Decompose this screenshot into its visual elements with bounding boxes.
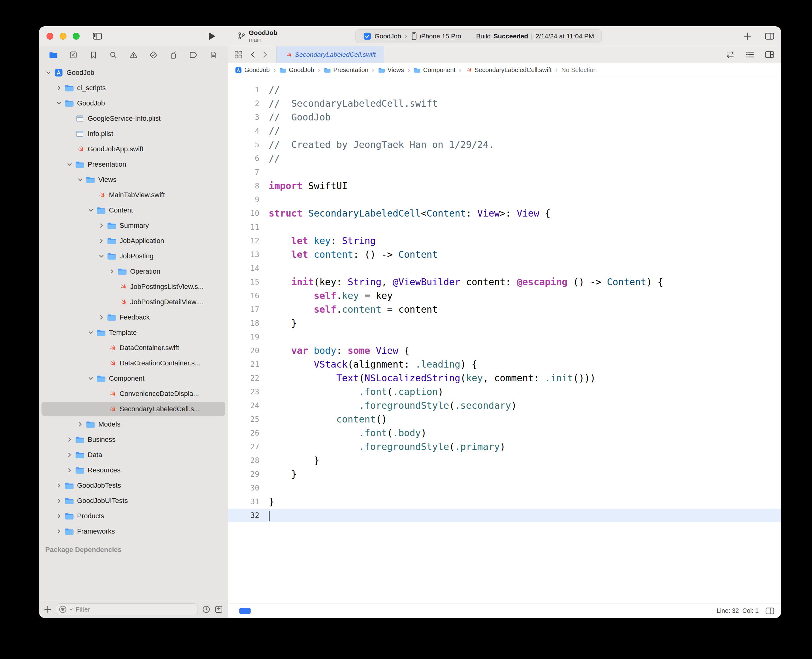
file-tree-item-feedback[interactable]: Feedback — [39, 309, 228, 325]
file-tree-item-products[interactable]: Products — [39, 508, 228, 523]
code-line-3[interactable]: 3// GoodJob — [228, 110, 781, 124]
code-line-29[interactable]: 29 } — [228, 467, 781, 481]
file-tree-item-conveniencedatedispla-[interactable]: ConvenienceDateDispla... — [39, 386, 228, 401]
code-line-32[interactable]: 32 — [228, 509, 781, 522]
navigator-tab-tests[interactable] — [147, 49, 160, 61]
scm-status-filter-icon[interactable] — [215, 605, 223, 613]
chevron-down-icon[interactable] — [55, 101, 63, 106]
chevron-right-icon[interactable] — [76, 422, 85, 427]
code-editor[interactable]: 1//2// SecondaryLabeledCell.swift3// Goo… — [228, 77, 781, 603]
package-dependencies-header[interactable]: Package Dependencies — [39, 539, 228, 554]
file-tree-item-resources[interactable]: Resources — [39, 462, 228, 478]
code-line-25[interactable]: 25 content() — [228, 413, 781, 426]
file-tree-item-template[interactable]: Template — [39, 325, 228, 340]
chevron-down-icon[interactable] — [76, 177, 85, 182]
chevron-down-icon[interactable] — [97, 254, 106, 259]
code-line-13[interactable]: 13 let content: () -> Content — [228, 248, 781, 262]
chevron-right-icon[interactable] — [55, 483, 63, 488]
navigator-tab-debug[interactable] — [167, 49, 180, 61]
file-tree-item-models[interactable]: Models — [39, 416, 228, 432]
minimize-button[interactable] — [60, 33, 66, 39]
file-tree-item-frameworks[interactable]: Frameworks — [39, 523, 228, 539]
run-button[interactable] — [208, 32, 215, 40]
file-tree-item-goodjobtests[interactable]: GoodJobTests — [39, 478, 228, 493]
file-tree-item-goodjobapp-swift[interactable]: GoodJobApp.swift — [39, 141, 228, 157]
forward-chevron-icon[interactable] — [263, 51, 268, 58]
breadcrumb-item[interactable]: No Selection — [561, 66, 597, 74]
breadcrumb-item[interactable]: SecondaryLabeledCell.swift — [465, 66, 552, 74]
navigator-tab-find[interactable] — [107, 49, 120, 61]
navigator-tab-reports[interactable] — [207, 49, 220, 61]
chevron-right-icon[interactable] — [97, 238, 106, 243]
file-tree-item-presentation[interactable]: Presentation — [39, 157, 228, 172]
zoom-button[interactable] — [73, 33, 80, 39]
file-tree-item-jobapplication[interactable]: JobApplication — [39, 233, 228, 248]
recent-files-clock-icon[interactable] — [202, 605, 210, 613]
code-line-20[interactable]: 20 var body: some View { — [228, 344, 781, 358]
chevron-right-icon[interactable] — [55, 85, 63, 90]
editor-layout-icon[interactable] — [765, 32, 774, 40]
code-line-6[interactable]: 6// — [228, 151, 781, 166]
chevron-down-icon[interactable] — [65, 162, 74, 167]
chevron-right-icon[interactable] — [65, 437, 74, 442]
code-line-11[interactable]: 11 — [228, 220, 781, 234]
chevron-right-icon[interactable] — [65, 468, 74, 473]
chevron-down-icon[interactable] — [87, 208, 95, 213]
source-control-info[interactable]: GoodJob main — [238, 29, 277, 43]
code-line-10[interactable]: 10struct SecondaryLabeledCell<Content: V… — [228, 207, 781, 220]
chevron-down-icon[interactable] — [44, 70, 53, 75]
editor-tab-secondarylabeledcell[interactable]: SecondaryLabeledCell.swift — [276, 46, 384, 63]
file-tree-item-jobposting[interactable]: JobPosting — [39, 248, 228, 264]
file-tree-item-ci-scripts[interactable]: ci_scripts — [39, 80, 228, 96]
code-line-24[interactable]: 24 .foregroundStyle(.secondary) — [228, 399, 781, 413]
file-tree-item-content[interactable]: Content — [39, 202, 228, 218]
back-chevron-icon[interactable] — [251, 51, 255, 58]
code-line-9[interactable]: 9 — [228, 193, 781, 207]
code-line-5[interactable]: 5// Created by JeongTaek Han on 1/29/24. — [228, 138, 781, 151]
code-line-8[interactable]: 8import SwiftUI — [228, 179, 781, 193]
code-line-31[interactable]: 31} — [228, 495, 781, 509]
code-line-28[interactable]: 28 } — [228, 454, 781, 467]
file-tree-item-operation[interactable]: Operation — [39, 264, 228, 279]
chevron-down-icon[interactable] — [87, 376, 95, 381]
code-review-arrows-icon[interactable] — [725, 51, 735, 58]
breadcrumb-item[interactable]: Component — [414, 66, 455, 74]
code-line-27[interactable]: 27 .foregroundStyle(.primary) — [228, 440, 781, 454]
filter-field[interactable]: Filter — [56, 604, 198, 615]
file-tree-item-goodjob[interactable]: GoodJob — [39, 96, 228, 111]
code-line-16[interactable]: 16 self.key = key — [228, 289, 781, 303]
code-line-1[interactable]: 1// — [228, 83, 781, 97]
run-destination-selector[interactable]: iPhone 15 Pro — [412, 32, 461, 40]
code-line-4[interactable]: 4// — [228, 124, 781, 138]
add-item-icon[interactable] — [44, 605, 52, 613]
add-editor-icon[interactable] — [765, 51, 774, 58]
code-line-14[interactable]: 14 — [228, 262, 781, 275]
navigator-tab-breakpoints[interactable] — [187, 49, 200, 61]
toggle-navigator-icon[interactable] — [93, 32, 102, 40]
library-plus-icon[interactable] — [744, 32, 752, 40]
navigator-tab-issues[interactable] — [127, 49, 140, 61]
code-line-22[interactable]: 22 Text(NSLocalizedString(key, comment: … — [228, 371, 781, 385]
code-line-12[interactable]: 12 let key: String — [228, 234, 781, 248]
chevron-right-icon[interactable] — [97, 315, 106, 320]
breadcrumb-item[interactable]: GoodJob — [235, 66, 270, 74]
file-tree-item-data[interactable]: Data — [39, 447, 228, 462]
breadcrumb-item[interactable]: Presentation — [324, 66, 368, 74]
code-line-2[interactable]: 2// SecondaryLabeledCell.swift — [228, 97, 781, 110]
code-line-15[interactable]: 15 init(key: String, @ViewBuilder conten… — [228, 275, 781, 289]
navigator-tab-changes[interactable] — [67, 49, 80, 61]
file-tree-item-datacreationcontainer-s-[interactable]: DataCreationContainer.s... — [39, 355, 228, 370]
code-line-30[interactable]: 30 — [228, 481, 781, 495]
file-tree-item-datacontainer-swift[interactable]: DataContainer.swift — [39, 340, 228, 355]
navigator-tab-bookmarks[interactable] — [87, 49, 99, 61]
file-tree-item-info-plist[interactable]: Info.plist — [39, 126, 228, 141]
file-tree-item-component[interactable]: Component — [39, 370, 228, 386]
chevron-right-icon[interactable] — [55, 514, 63, 519]
file-tree-item-jobpostingslistview-s-[interactable]: JobPostingsListView.s... — [39, 279, 228, 294]
chevron-right-icon[interactable] — [97, 223, 106, 228]
close-button[interactable] — [46, 33, 54, 39]
file-tree-item-goodjob[interactable]: GoodJob — [39, 65, 228, 80]
navigator-tab-project[interactable] — [47, 49, 60, 61]
chevron-right-icon[interactable] — [55, 529, 63, 534]
build-status[interactable]: Build Succeeded | 2/14/24 at 11:04 PM — [476, 32, 594, 40]
